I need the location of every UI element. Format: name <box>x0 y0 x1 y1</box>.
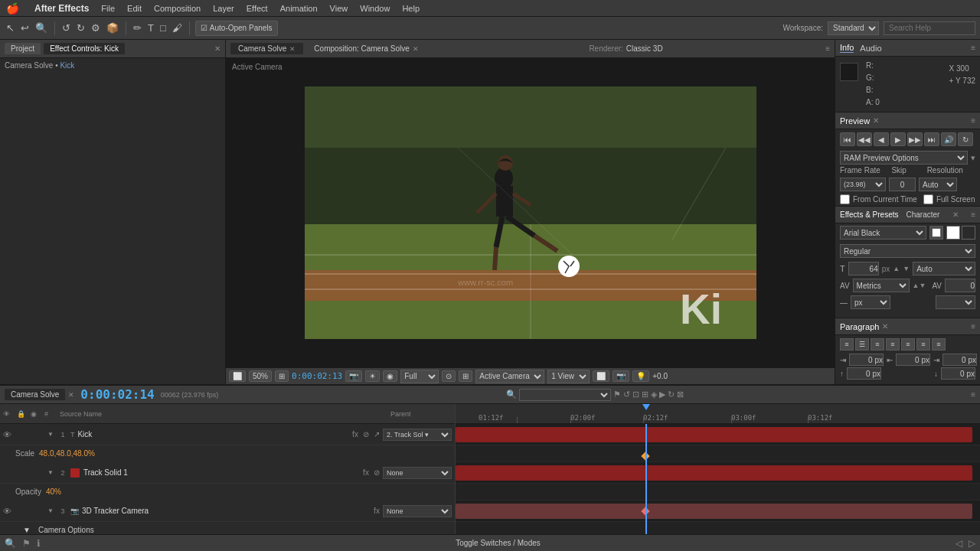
camera-btn[interactable]: 📷 <box>612 370 629 382</box>
layer-2-expand[interactable]: ▼ <box>47 469 54 476</box>
full-screen-checkbox[interactable] <box>923 194 933 204</box>
mini-close-icon[interactable]: ✕ <box>289 45 296 53</box>
preview-audio[interactable]: 🔊 <box>941 132 956 146</box>
l3-effects-btn[interactable]: fx <box>372 507 381 515</box>
paragraph-tab[interactable]: Paragraph <box>840 322 879 331</box>
time-display[interactable]: 0:00:02:14 <box>77 387 157 402</box>
zoom-level-btn[interactable]: 50% <box>249 370 272 382</box>
timeline-tool-6[interactable]: ▶ <box>659 390 665 399</box>
preview-last-frame[interactable]: ⏭ <box>924 132 939 146</box>
composition-main-tab[interactable]: Composition: Camera Solve ✕ <box>306 43 426 54</box>
character-tab[interactable]: Character <box>906 210 940 219</box>
rotate-tool-icon[interactable]: ↩ <box>19 21 31 35</box>
auto-size-select[interactable]: Auto <box>913 262 975 276</box>
frame-rate-select[interactable]: (23.98) 24 29.97 <box>840 178 886 191</box>
font-color-btn[interactable] <box>929 226 943 240</box>
3d-view-btn[interactable]: ⬜ <box>593 370 609 382</box>
timeline-close[interactable]: ✕ <box>68 391 74 399</box>
layer-3-expand[interactable]: ▼ <box>47 507 54 514</box>
search-icon-timeline[interactable]: 🔍 <box>506 390 517 399</box>
preview-close[interactable]: ✕ <box>873 116 879 125</box>
track-3-bar[interactable] <box>456 504 972 519</box>
layer-2-parent[interactable]: None <box>383 467 452 479</box>
tracking-input[interactable] <box>945 279 975 292</box>
panel-close-btn[interactable]: ✕ <box>214 44 220 53</box>
snapshot-btn[interactable]: 📷 <box>345 370 362 382</box>
effect-controls-tab[interactable]: Effect Controls: Kick <box>44 43 125 54</box>
indent-right-input[interactable] <box>896 354 930 366</box>
skip-input[interactable] <box>889 178 916 191</box>
effects-panel-menu[interactable]: ≡ <box>971 210 975 219</box>
preview-loop[interactable]: ↻ <box>958 132 973 146</box>
zoom-tool-icon[interactable]: 🔍 <box>34 21 49 35</box>
metrics-select[interactable]: Metrics <box>853 279 910 292</box>
para-panel-menu[interactable]: ≡ <box>971 322 975 331</box>
fill-swatch[interactable] <box>946 226 960 240</box>
ram-preview-dropdown[interactable]: RAM Preview Options <box>840 151 968 165</box>
preview-first-frame[interactable]: ⏮ <box>840 132 855 146</box>
lights-btn[interactable]: 💡 <box>632 370 649 382</box>
view-dropdown[interactable]: Active Camera <box>475 370 544 383</box>
menu-view[interactable]: View <box>330 4 348 13</box>
layer-2-opacity-value[interactable]: 40% <box>46 487 61 496</box>
font-family-select[interactable]: Arial Black <box>840 226 926 240</box>
menu-file[interactable]: File <box>101 4 115 13</box>
timeline-tab[interactable]: Camera Solve <box>5 389 65 400</box>
preview-panel-menu[interactable]: ≡ <box>971 116 975 125</box>
layer-1-parent[interactable]: 2. Track Sol ▾ <box>383 429 452 441</box>
timeline-tool-4[interactable]: ⊞ <box>642 390 648 399</box>
align-left-btn[interactable]: ≡ <box>840 338 854 350</box>
stroke-swatch[interactable] <box>962 226 975 240</box>
preview-tab[interactable]: Preview <box>840 116 870 126</box>
px-select[interactable]: px <box>851 295 890 309</box>
menu-edit[interactable]: Edit <box>127 4 142 13</box>
render-icon[interactable]: ⚙ <box>90 21 102 35</box>
preview-play[interactable]: ▶ <box>890 132 906 146</box>
auto-open-panels-btn[interactable]: ☑ Auto-Open Panels <box>195 21 278 36</box>
workspace-dropdown[interactable]: Standard <box>828 21 879 35</box>
shape-tool-icon[interactable]: □ <box>158 21 168 35</box>
l1-motion-btn[interactable]: ↗ <box>372 430 381 439</box>
quality-dropdown[interactable]: Full Half Third <box>400 370 439 383</box>
audio-tab[interactable]: Audio <box>860 44 881 53</box>
toggle-btn[interactable]: Toggle Switches / Modes <box>456 539 541 547</box>
effects-close[interactable]: ✕ <box>952 210 959 219</box>
info-icon[interactable]: ℹ <box>37 538 41 549</box>
text-tool-icon[interactable]: T <box>146 21 155 35</box>
timeline-tool-7[interactable]: ↻ <box>668 390 675 399</box>
menu-window[interactable]: Window <box>360 4 390 13</box>
l1-mask-btn[interactable]: ⊘ <box>361 430 371 439</box>
layer-3-name[interactable]: 3D Tracker Camera <box>82 507 371 515</box>
timeline-tool-5[interactable]: ◈ <box>651 390 657 399</box>
layer-1-expand[interactable]: ▼ <box>47 431 54 438</box>
export-icon[interactable]: 📦 <box>105 21 120 35</box>
comp-tab-close[interactable]: ✕ <box>413 45 419 53</box>
right-select[interactable] <box>936 295 975 309</box>
effects-presets-tab[interactable]: Effects & Presets <box>840 210 899 219</box>
track-1-bar[interactable] <box>456 427 972 442</box>
space-before-input[interactable] <box>847 367 881 380</box>
timeline-tool-1[interactable]: ⚑ <box>613 390 621 399</box>
track-2-bar[interactable] <box>456 465 972 481</box>
expand-camera-options[interactable]: ▼ <box>23 526 31 534</box>
menu-composition[interactable]: Composition <box>154 4 201 13</box>
comp-panel-menu[interactable]: ≡ <box>825 44 830 53</box>
font-size-input[interactable] <box>848 262 879 276</box>
justify-last-btn[interactable]: ≡ <box>916 338 930 350</box>
redo-icon[interactable]: ↻ <box>75 21 87 35</box>
justify-btn[interactable]: ≡ <box>886 338 900 350</box>
search-input[interactable] <box>884 21 975 35</box>
view-count-dropdown[interactable]: 1 View 2 Views <box>547 370 590 383</box>
exposure-btn[interactable]: ☀ <box>365 370 380 382</box>
timecode-display[interactable]: 0:00:02:13 <box>292 371 342 381</box>
indent-first-input[interactable] <box>942 354 977 366</box>
marker-icon[interactable]: ⚑ <box>22 538 31 549</box>
layer-1-eye[interactable]: 👁 <box>3 430 14 439</box>
align-right-btn[interactable]: ≡ <box>871 338 884 350</box>
preview-back[interactable]: ◀ <box>874 132 889 146</box>
pen-tool-icon[interactable]: ✏ <box>132 21 143 35</box>
search-select[interactable] <box>519 389 611 401</box>
size-arrow-up[interactable]: ▲ <box>893 265 900 272</box>
kern-arrow[interactable]: ▲▼ <box>913 282 926 289</box>
timeline-tool-8[interactable]: ⊠ <box>677 390 684 399</box>
